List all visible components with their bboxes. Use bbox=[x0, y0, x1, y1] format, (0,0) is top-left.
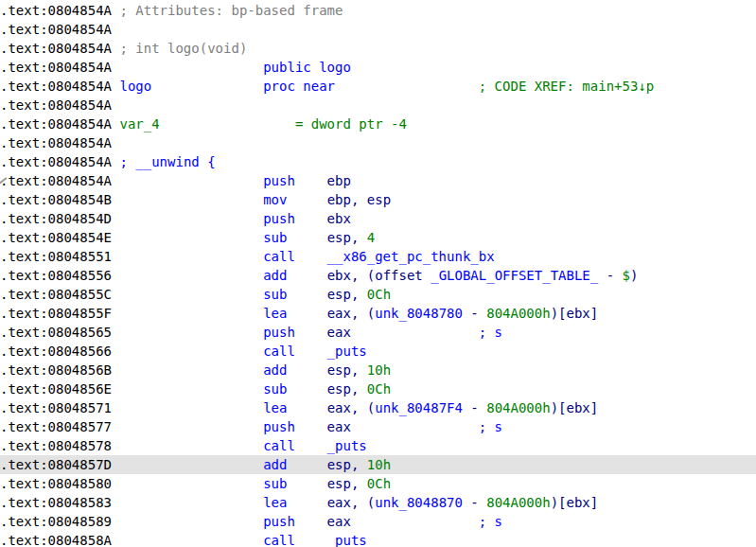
address-text: .text:0804854A bbox=[0, 60, 112, 75]
disasm-line[interactable]: .text:0804855C sub esp, 0Ch bbox=[0, 285, 756, 304]
keyword-text: lea bbox=[263, 495, 287, 510]
disasm-line[interactable]: .text:08048566 call _puts bbox=[0, 342, 756, 361]
spacer-text bbox=[295, 325, 327, 340]
disasm-line[interactable]: .text:08048551 call __x86_get_pc_thunk_b… bbox=[0, 247, 756, 266]
spacer-text bbox=[287, 287, 326, 302]
comment-text: ; Attributes: bp-based frame bbox=[112, 3, 343, 18]
number-text: 0Ch bbox=[367, 381, 391, 397]
spacer-text bbox=[351, 325, 479, 340]
disasm-line[interactable]: .text:0804854A push ebp bbox=[0, 171, 756, 190]
address-text: .text:0804858A bbox=[0, 533, 112, 547]
number-text: var_4 bbox=[119, 116, 159, 132]
spacer-text bbox=[112, 514, 263, 529]
keyword-text: add bbox=[263, 268, 287, 283]
disasm-line[interactable]: .text:08048580 sub esp, 0Ch bbox=[0, 474, 756, 493]
keyword-text: call bbox=[263, 344, 295, 359]
spacer-text bbox=[112, 306, 263, 321]
address-text: .text:0804854A bbox=[0, 3, 112, 18]
operand-text: eax bbox=[327, 514, 351, 529]
disasm-line[interactable]: .text:0804854B mov ebp, esp bbox=[0, 190, 756, 209]
keyword-text: sub bbox=[263, 230, 287, 245]
spacer-text bbox=[112, 381, 263, 397]
number-text: = dword ptr -4 bbox=[295, 116, 407, 132]
keyword-text: lea bbox=[263, 400, 287, 415]
spacer-text bbox=[295, 344, 327, 359]
disasm-line[interactable]: .text:08048583 lea eax, (unk_8048870 - 8… bbox=[0, 493, 756, 512]
operand-text: - bbox=[463, 306, 486, 321]
spacer-text bbox=[287, 495, 326, 510]
operand-text: eax, ( bbox=[327, 400, 376, 415]
address-text: .text:0804854B bbox=[0, 192, 112, 207]
number-text: 804A000h bbox=[486, 400, 550, 415]
disasm-line[interactable]: .text:08048577 push eax ; s bbox=[0, 417, 756, 436]
keyword-text: sub bbox=[263, 287, 287, 302]
spacer-text bbox=[295, 249, 327, 264]
disasm-line[interactable]: .text:0804854A logo proc near ; CODE XRE… bbox=[0, 77, 756, 96]
spacer-text bbox=[112, 344, 263, 359]
keyword-text: unk_8048870 bbox=[375, 495, 463, 510]
number-text: 0Ch bbox=[367, 476, 391, 491]
disasm-line[interactable]: .text:0804854A bbox=[0, 96, 756, 115]
disasm-line[interactable]: .text:0804856B add esp, 10h bbox=[0, 361, 756, 379]
address-text: .text:08048583 bbox=[0, 495, 112, 510]
spacer-text bbox=[287, 400, 326, 415]
spacer-text bbox=[295, 173, 327, 188]
keyword-text: unk_80487F4 bbox=[375, 400, 463, 415]
keyword-text: ; s bbox=[479, 514, 502, 529]
disasm-line[interactable]: .text:0804854A var_4 = dword ptr -4 bbox=[0, 115, 756, 133]
keyword-text: unk_8048780 bbox=[375, 306, 463, 321]
address-text: .text:0804855C bbox=[0, 287, 112, 302]
address-text: .text:08048566 bbox=[0, 344, 112, 359]
disasm-line[interactable]: .text:0804856E sub esp, 0Ch bbox=[0, 379, 756, 398]
address-text: .text:0804856B bbox=[0, 362, 112, 378]
disasm-line[interactable]: .text:08048565 push eax ; s bbox=[0, 323, 756, 342]
keyword-text: push bbox=[263, 173, 295, 188]
number-text: 4 bbox=[367, 230, 375, 245]
disasm-line[interactable]: .text:0804854A ; __unwind { bbox=[0, 152, 756, 171]
number-text: 804A000h bbox=[486, 495, 550, 510]
operand-text: )[ebx] bbox=[551, 400, 599, 415]
spacer-text bbox=[287, 230, 326, 245]
spacer-text bbox=[112, 438, 263, 453]
disasm-line-current[interactable]: .text:0804857D add esp, 10h bbox=[0, 455, 756, 474]
address-text: .text:08048556 bbox=[0, 268, 112, 283]
keyword-text: mov bbox=[263, 192, 287, 207]
spacer-text bbox=[112, 495, 263, 510]
operand-text: - bbox=[463, 400, 486, 415]
operand-text: - bbox=[598, 268, 622, 283]
spacer-text bbox=[112, 325, 263, 340]
disasm-line[interactable]: .text:0804854A ; Attributes: bp-based fr… bbox=[0, 1, 756, 20]
spacer-text bbox=[295, 211, 327, 226]
disasm-line[interactable]: .text:08048578 call _puts bbox=[0, 436, 756, 455]
keyword-text: sub bbox=[263, 381, 287, 397]
disasm-line[interactable]: .text:0804854E sub esp, 4 bbox=[0, 228, 756, 247]
spacer-text bbox=[295, 533, 327, 547]
spacer-text bbox=[160, 116, 295, 132]
spacer-text bbox=[287, 192, 326, 207]
disasm-line[interactable]: .text:0804854A ; int logo(void) bbox=[0, 39, 756, 58]
disasm-line[interactable]: .text:08048589 push eax ; s bbox=[0, 512, 756, 531]
address-text: .text:08048571 bbox=[0, 400, 112, 415]
address-text: .text:0804854A bbox=[0, 154, 112, 169]
spacer-text bbox=[287, 381, 326, 397]
spacer-text bbox=[112, 60, 263, 75]
disasm-line[interactable]: .text:0804858A call _puts bbox=[0, 531, 756, 547]
keyword-text: _puts bbox=[327, 533, 367, 547]
disasm-line[interactable]: .text:0804854A public logo bbox=[0, 58, 756, 77]
disasm-line[interactable]: .text:0804854A bbox=[0, 20, 756, 39]
address-text: .text:0804854A bbox=[0, 22, 112, 37]
disasm-line[interactable]: .text:08048556 add ebx, (offset _GLOBAL_… bbox=[0, 266, 756, 285]
disasm-line[interactable]: .text:08048571 lea eax, (unk_80487F4 - 8… bbox=[0, 398, 756, 417]
operand-text: esp, bbox=[327, 457, 367, 472]
keyword-text: push bbox=[263, 419, 295, 434]
disassembly-view[interactable]: .text:0804854A ; Attributes: bp-based fr… bbox=[0, 0, 756, 547]
operand-text: esp, bbox=[327, 230, 367, 245]
address-text: .text:0804854A bbox=[0, 173, 112, 188]
disasm-line[interactable]: .text:0804855F lea eax, (unk_8048780 - 8… bbox=[0, 304, 756, 323]
disasm-line[interactable]: .text:0804854A bbox=[0, 133, 756, 152]
keyword-text: ; __unwind { bbox=[119, 154, 215, 169]
address-text: .text:0804857D bbox=[0, 457, 112, 472]
spacer-text bbox=[112, 533, 263, 547]
keyword-text: add bbox=[263, 362, 287, 378]
disasm-line[interactable]: .text:0804854D push ebx bbox=[0, 209, 756, 228]
